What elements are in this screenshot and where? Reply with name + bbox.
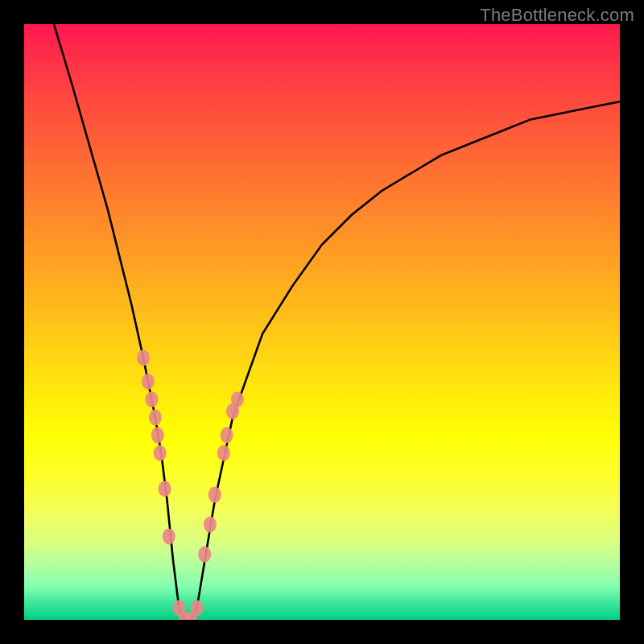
chart-frame: TheBottleneck.com xyxy=(0,0,644,644)
data-marker xyxy=(163,528,175,544)
data-marker xyxy=(204,517,217,533)
data-marker xyxy=(149,409,162,425)
data-marker xyxy=(137,349,150,365)
data-marker xyxy=(159,481,171,497)
data-marker xyxy=(221,427,233,444)
data-marker xyxy=(154,445,167,461)
data-marker xyxy=(208,487,221,503)
data-marker xyxy=(198,547,211,563)
data-marker xyxy=(145,391,158,407)
data-marker xyxy=(151,427,164,444)
watermark-text: TheBottleneck.com xyxy=(480,5,634,26)
data-marker xyxy=(191,600,204,616)
data-marker xyxy=(142,374,155,390)
bottleneck-curve xyxy=(54,24,620,620)
plot-area xyxy=(24,24,620,620)
marker-group xyxy=(137,349,244,620)
data-marker xyxy=(231,391,244,407)
data-marker xyxy=(217,445,230,461)
chart-svg xyxy=(24,24,620,620)
